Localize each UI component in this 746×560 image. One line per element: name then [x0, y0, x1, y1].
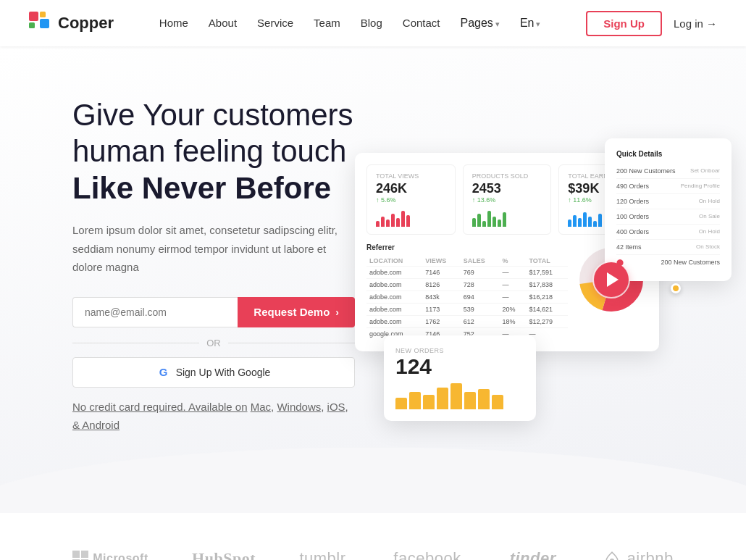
table-row: adobe.com7146769—$17,591	[366, 266, 568, 278]
nav-lang-dropdown[interactable]: En	[520, 17, 541, 30]
bar-item	[492, 395, 503, 409]
side-row: 400 Orders On Hold	[616, 225, 720, 240]
stat-total-views: Total Views 246K ↑ 5.6%	[366, 164, 456, 235]
stat-products-sold: Products Sold 2453 ↑ 13.6%	[463, 164, 552, 235]
referrer-table: LOCATION VIEWS SALES % TOTAL adobe.com71…	[366, 256, 568, 340]
nav-right: Sign Up Log in →	[586, 11, 717, 36]
orders-bar-chart	[395, 383, 524, 409]
bar-item	[450, 383, 462, 409]
navbar: Copper Home About Service Team Blog Cont…	[0, 0, 746, 46]
tinder-logo: tinder.	[510, 549, 561, 560]
quick-details-card: Quick Details 200 New Customers Set Onbo…	[605, 138, 732, 281]
side-row: 490 Orders Pending Profile	[616, 179, 720, 194]
email-input[interactable]	[72, 297, 238, 327]
logo-icon	[29, 12, 52, 35]
bar-item	[478, 389, 490, 409]
hubspot-logo: HubSpot	[192, 549, 256, 560]
mini-bar-products	[472, 206, 542, 227]
side-row: 200 New Customers Set Onboar	[616, 164, 720, 179]
side-row: 100 Orders On Sale	[616, 209, 720, 225]
new-orders-value: 124	[395, 356, 524, 377]
hero-section: Give Your customers human feeling touch …	[0, 46, 746, 513]
google-icon: G	[157, 366, 170, 379]
nav-about[interactable]: About	[209, 17, 237, 29]
platform-ios: iOS	[327, 401, 345, 413]
logo-text: Copper	[58, 14, 114, 33]
table-row: adobe.com117353920%$14,621	[366, 303, 568, 315]
referrer-title: Referrer	[366, 243, 568, 251]
tumblr-logo: tumblr.	[299, 549, 350, 560]
bar-item	[437, 388, 448, 409]
bar-item	[464, 392, 476, 409]
microsoft-logo: Microsoft	[72, 551, 148, 560]
facebook-logo: facebook.	[393, 549, 466, 560]
side-row: 42 Items On Stock	[616, 240, 720, 255]
new-orders-label: NEW ORDERS	[395, 347, 524, 354]
nav-team[interactable]: Team	[314, 17, 340, 29]
no-cc-text: No credit card required. Available on Ma…	[72, 398, 355, 435]
svg-rect-1	[40, 12, 46, 17]
chevron-down-icon	[495, 17, 500, 30]
platform-windows: Windows	[277, 401, 321, 413]
svg-rect-2	[29, 22, 35, 28]
table-row: adobe.com843k694—$16,218	[366, 291, 568, 303]
demo-button[interactable]: Request Demo ›	[238, 297, 355, 327]
svg-rect-8	[81, 551, 88, 558]
play-button[interactable]	[594, 262, 629, 297]
bar-item	[395, 398, 407, 409]
hero-description: Lorem ipsum dolor sit amet, consetetur s…	[72, 221, 355, 277]
hero-text: Give Your customers human feeling touch …	[72, 97, 355, 455]
nav-blog[interactable]: Blog	[361, 17, 382, 29]
nav-service[interactable]: Service	[257, 17, 293, 29]
google-signup-button[interactable]: G Sign Up With Google	[72, 357, 355, 388]
signup-button[interactable]: Sign Up	[586, 11, 662, 36]
quick-details-title: Quick Details	[616, 150, 720, 158]
arrow-icon: ›	[335, 306, 339, 318]
airbnb-logo: airbnb	[604, 549, 674, 560]
logos-section: Microsoft HubSpot tumblr. facebook. tind…	[0, 513, 746, 560]
nav-home[interactable]: Home	[159, 17, 188, 29]
login-button[interactable]: Log in →	[674, 17, 717, 30]
referrer-table-wrap: Referrer LOCATION VIEWS SALES % TOTAL	[366, 243, 568, 340]
hero-heading: Give Your customers human feeling touch …	[72, 97, 355, 206]
platform-android: & Android	[72, 419, 120, 431]
chevron-down-icon	[536, 17, 540, 30]
or-divider: OR	[72, 338, 355, 348]
bar-item	[423, 395, 435, 409]
svg-rect-0	[29, 12, 38, 21]
map-dot	[671, 283, 681, 293]
bar-item	[409, 392, 421, 409]
mini-bar-views	[376, 206, 446, 227]
airbnb-icon	[604, 551, 620, 560]
table-row: adobe.com8126728—$17,838	[366, 278, 568, 291]
email-form-row: Request Demo ›	[72, 297, 355, 327]
logo[interactable]: Copper	[29, 12, 114, 35]
svg-rect-3	[40, 19, 49, 28]
svg-rect-7	[72, 551, 80, 558]
platform-mac: Mac	[251, 401, 271, 413]
microsoft-icon	[72, 551, 88, 560]
nav-contact[interactable]: Contact	[403, 17, 440, 29]
blob-separator	[0, 448, 746, 513]
nav-links: Home About Service Team Blog Contact Pag…	[159, 17, 541, 30]
side-row: ⬤ 200 New Customers	[616, 255, 720, 269]
table-row: adobe.com176261218%$12,279	[366, 315, 568, 327]
side-row: 120 Orders On Hold	[616, 194, 720, 209]
hero-visual: Total Views 246K ↑ 5.6% Products Sold	[355, 138, 717, 414]
new-orders-card: NEW ORDERS 124	[384, 335, 536, 421]
play-icon	[607, 272, 619, 287]
nav-pages-dropdown[interactable]: Pages	[461, 17, 500, 30]
